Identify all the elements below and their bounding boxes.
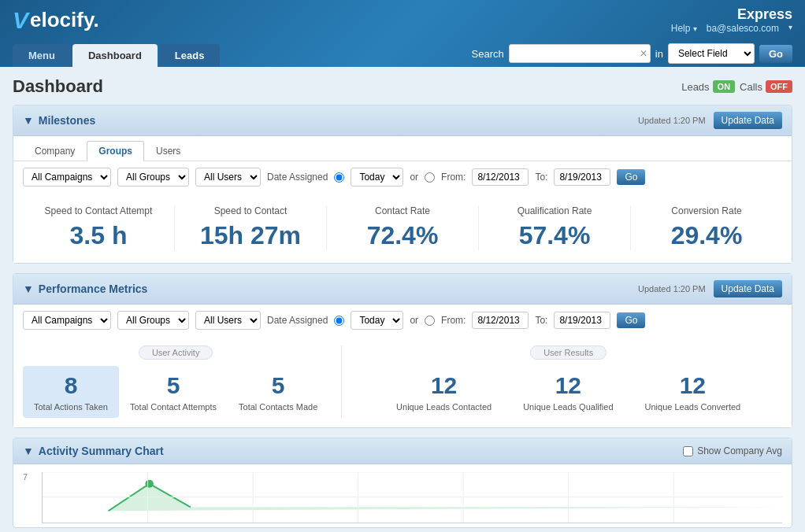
leads-toggle-state[interactable]: ON (713, 80, 736, 93)
metric-label-2: Contact Rate (327, 205, 478, 216)
search-input[interactable] (509, 44, 651, 63)
metric-value-1: 15h 27m (175, 221, 326, 250)
performance-users-select[interactable]: All Users (195, 311, 261, 330)
calls-toggle-state[interactable]: OFF (766, 80, 792, 93)
user-dropdown-arrow: ▾ (788, 23, 792, 34)
performance-campaigns-select[interactable]: All Campaigns (23, 311, 111, 330)
milestones-go-button[interactable]: Go (617, 169, 645, 185)
performance-metrics-area: User Activity 8 Total Actions Taken 5 To… (13, 336, 792, 427)
show-avg-group: Show Company Avg (683, 445, 782, 456)
performance-today-radio[interactable] (334, 316, 344, 326)
metric-value-4: 29.4% (631, 221, 782, 250)
performance-from-date-input[interactable] (472, 312, 529, 329)
perf-value-3: 12 (396, 372, 492, 399)
search-clear-icon[interactable]: ✕ (640, 48, 647, 59)
performance-groups-select[interactable]: All Groups (117, 311, 189, 330)
performance-filter-row: All Campaigns All Groups All Users Date … (13, 305, 792, 336)
activity-chart-title: ▼ Activity Summary Chart (23, 445, 164, 457)
calls-toggle-label: Calls (740, 81, 762, 93)
performance-from-radio[interactable] (425, 316, 435, 326)
logo: V elocify. (13, 7, 99, 34)
milestones-tab-users[interactable]: Users (144, 141, 192, 161)
perf-label-5: Unique Leads Converted (645, 402, 741, 412)
metric-label-1: Speed to Contact (175, 205, 326, 216)
search-field-select[interactable]: Select Field (668, 43, 755, 64)
metric-value-3: 57.4% (479, 221, 630, 250)
milestones-to-date-input[interactable] (554, 168, 610, 186)
performance-to-date-input[interactable] (554, 312, 610, 329)
logo-v: V (13, 7, 28, 34)
help-link[interactable]: Help ▾ (671, 23, 697, 34)
milestones-updated-text: Updated 1:20 PM (638, 116, 706, 125)
metric-value-0: 3.5 h (23, 221, 174, 250)
performance-update-data-button[interactable]: Update Data (714, 280, 782, 297)
activity-chart-header: ▼ Activity Summary Chart Show Company Av… (13, 438, 792, 464)
metric-label-0: Speed to Contact Attempt (23, 205, 174, 216)
performance-header-right: Updated 1:20 PM Update Data (638, 280, 782, 297)
perf-label-2: Total Contacts Made (239, 402, 317, 412)
user-results-label: User Results (530, 345, 607, 360)
logo-text: elocify. (30, 8, 99, 32)
milestones-tab-company[interactable]: Company (23, 141, 87, 161)
page-header: Dashboard Leads ON Calls OFF (13, 76, 792, 97)
perf-value-0: 8 (34, 372, 108, 399)
perf-value-5: 12 (645, 372, 741, 399)
header-links: Help ▾ ba@salesco.com ▾ (671, 23, 792, 34)
user-activity-metrics: 8 Total Actions Taken 5 Total Contact At… (23, 366, 328, 418)
perf-contacts-made: 5 Total Contacts Made (228, 366, 328, 418)
milestones-from-radio[interactable] (425, 172, 435, 183)
show-avg-checkbox[interactable] (683, 446, 693, 456)
milestones-filter-row: All Campaigns All Groups All Users Date … (13, 161, 792, 193)
header-top: V elocify. Express Help ▾ ba@salesco.com… (13, 6, 792, 39)
milestones-today-radio[interactable] (334, 172, 344, 183)
toggle-buttons: Leads ON Calls OFF (681, 80, 792, 93)
performance-date-label: Date Assigned (267, 315, 328, 326)
chart-area (42, 472, 782, 523)
search-bar: Search ✕ in Select Field Go (472, 43, 792, 67)
header-right: Express Help ▾ ba@salesco.com ▾ (671, 6, 792, 34)
nav-leads-button[interactable]: Leads (159, 44, 221, 67)
user-results-section: User Results 12 Unique Leads Contacted 1… (354, 345, 782, 418)
metric-value-2: 72.4% (327, 221, 478, 250)
page-title: Dashboard (13, 76, 103, 97)
nav-dashboard-button[interactable]: Dashboard (72, 44, 158, 67)
milestones-arrow-icon: ▼ (23, 114, 34, 127)
performance-go-button[interactable]: Go (617, 312, 645, 328)
milestones-update-data-button[interactable]: Update Data (714, 112, 782, 129)
milestones-tab-groups[interactable]: Groups (87, 141, 144, 161)
metric-qualification-rate: Qualification Rate 57.4% (479, 205, 631, 250)
search-in-label: in (655, 48, 663, 60)
metric-label-3: Qualification Rate (479, 205, 630, 216)
performance-panel: ▼ Performance Metrics Updated 1:20 PM Up… (13, 273, 792, 428)
milestones-today-select[interactable]: Today (351, 168, 403, 187)
metric-label-4: Conversion Rate (631, 205, 782, 216)
calls-toggle-group: Calls OFF (740, 80, 792, 93)
performance-from-label: From: (441, 315, 466, 326)
milestones-campaigns-select[interactable]: All Campaigns (23, 168, 111, 187)
milestones-to-label: To: (535, 172, 547, 183)
chart-y-label: 7 (23, 472, 28, 482)
leads-toggle-label: Leads (681, 81, 709, 93)
performance-today-select[interactable]: Today (351, 311, 403, 330)
nav-tabs: Menu Dashboard Leads (13, 44, 220, 67)
performance-panel-header: ▼ Performance Metrics Updated 1:20 PM Up… (13, 274, 792, 305)
milestones-or-label: or (410, 172, 418, 183)
help-dropdown-arrow: ▾ (693, 24, 697, 33)
metric-conversion-rate: Conversion Rate 29.4% (631, 205, 782, 250)
header: V elocify. Express Help ▾ ba@salesco.com… (0, 0, 805, 67)
milestones-groups-select[interactable]: All Groups (117, 168, 189, 187)
search-label: Search (472, 48, 504, 60)
milestones-header-right: Updated 1:20 PM Update Data (638, 112, 782, 129)
user-activity-section: User Activity 8 Total Actions Taken 5 To… (23, 345, 328, 418)
leads-toggle-group: Leads ON (681, 80, 735, 93)
milestones-users-select[interactable]: All Users (195, 168, 261, 187)
search-go-button[interactable]: Go (759, 45, 792, 63)
vertical-separator (341, 345, 342, 418)
performance-arrow-icon: ▼ (23, 283, 34, 295)
perf-label-3: Unique Leads Contacted (396, 402, 492, 412)
chart-arrow-icon: ▼ (23, 445, 34, 457)
nav-menu-button[interactable]: Menu (13, 44, 71, 67)
milestones-metrics-row: Speed to Contact Attempt 3.5 h Speed to … (13, 193, 792, 263)
performance-to-label: To: (535, 315, 547, 326)
milestones-from-date-input[interactable] (472, 168, 529, 186)
